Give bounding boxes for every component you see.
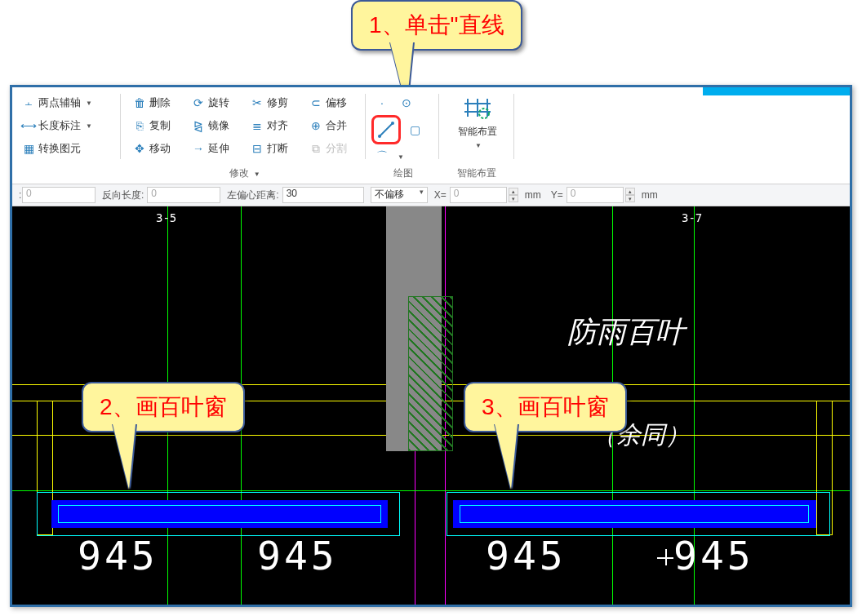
line-icon [377,121,395,139]
dim-icon: ⟷ [22,119,35,132]
title-accent [703,87,850,95]
split-button: ⧉分割 [304,138,362,159]
target-icon[interactable]: ⊙ [396,92,417,113]
smart-layout-icon [463,95,492,120]
dim-945-3: 945 [486,533,567,578]
extend-icon: → [192,142,205,155]
offset-mode-select[interactable]: 不偏移 [371,187,428,203]
hatch-region [408,296,453,451]
two-point-axis-button[interactable]: ⫠ 两点辅轴 ▼ [17,92,115,113]
parameter-bar: : 0 反向长度: 0 左偏心距离: 30 不偏移 X= 0 ▴▾ mm Y= … [12,184,850,206]
convert-icon: ▦ [22,142,35,155]
left-offset-input[interactable]: 30 [282,187,364,203]
x-label: X= [428,189,450,201]
convert-elem-button[interactable]: ▦ 转换图元 [17,138,115,159]
length-input[interactable]: 0 [22,187,96,203]
length-dim-label: 长度标注 [38,118,81,133]
merge-label: 合并 [326,118,347,133]
trim-button[interactable]: ✂修剪 [246,92,303,113]
app-window: ⫠ 两点辅轴 ▼ ⟷ 长度标注 ▼ ▦ 转换图元 🗑删除 ⎘复制 [10,85,852,607]
copy-icon: ⎘ [133,119,146,132]
svg-point-2 [391,122,394,125]
y-spinner[interactable]: ▴▾ [625,188,635,202]
rev-len-label: 反向长度: [96,188,147,202]
dropdown-icon: ▼ [86,122,92,130]
delete-label: 删除 [149,95,171,110]
align-icon: ≣ [251,119,264,132]
rotate-icon: ⟳ [192,96,205,109]
svg-point-1 [378,135,381,138]
move-label: 移动 [149,141,171,156]
y-input[interactable]: 0 [567,187,624,203]
offset-label: 偏移 [326,95,347,110]
delete-button[interactable]: 🗑删除 [128,92,185,113]
split-icon: ⧉ [309,142,322,155]
svg-line-0 [380,123,393,136]
align-button[interactable]: ≣对齐 [246,115,303,136]
mirror-label: 镜像 [208,118,229,133]
move-icon: ✥ [133,142,146,155]
merge-icon: ⊕ [309,119,322,132]
annotation-callout-2: 2、画百叶窗 [82,382,245,432]
x-spinner[interactable]: ▴▾ [509,188,518,202]
y-unit: mm [635,189,661,201]
convert-elem-label: 转换图元 [38,141,81,156]
group-draw-label: 绘图 [370,166,437,180]
rev-length-input[interactable]: 0 [147,187,220,203]
ribbon-toolbar: ⫠ 两点辅轴 ▼ ⟷ 长度标注 ▼ ▦ 转换图元 🗑删除 ⎘复制 [12,87,850,184]
cad-text-louver: 防雨百叶 [567,312,685,352]
copy-label: 复制 [149,118,171,133]
axis-icon: ⫠ [22,96,35,109]
trim-icon: ✂ [251,96,264,109]
x-unit: mm [518,189,544,201]
align-label: 对齐 [267,118,288,133]
rotate-label: 旋转 [208,95,229,110]
mirror-icon: ⧎ [192,119,205,132]
split-label: 分割 [326,141,347,156]
mirror-button[interactable]: ⧎镜像 [187,115,244,136]
cyan-inner [460,505,809,523]
dropdown-icon: ▼ [398,153,404,161]
annotation-callout-1: 1、单击"直线 [351,0,522,51]
annotation-callout-3: 3、画百叶窗 [464,382,627,432]
point-icon[interactable]: · [371,92,393,113]
len-label: : [12,189,22,201]
line-tool-button[interactable] [371,115,401,144]
left-offset-label: 左偏心距离: [220,188,282,202]
rotate-button[interactable]: ⟳旋转 [187,92,244,113]
arc-icon[interactable]: ⌒ [371,146,393,167]
smart-layout-button[interactable] [459,92,496,123]
break-icon: ⊟ [251,142,264,155]
group-modify-label[interactable]: 修改 ▼ [128,166,362,180]
green-line [12,490,850,491]
length-dim-button[interactable]: ⟷ 长度标注 ▼ [17,115,115,136]
copy-button[interactable]: ⎘复制 [128,115,185,136]
trash-icon: 🗑 [133,96,146,109]
offset-button[interactable]: ⊂偏移 [304,92,362,113]
rect-icon[interactable]: ▢ [404,119,425,140]
grid-label-3-7: 3-7 [682,211,702,224]
trim-label: 修剪 [267,95,288,110]
y-label: Y= [544,189,567,201]
x-input[interactable]: 0 [450,187,507,203]
dim-945-1: 945 [78,533,158,578]
dim-945-4: 945 [673,533,754,578]
two-point-axis-label: 两点辅轴 [38,95,81,110]
break-label: 打断 [267,141,288,156]
group-smart-label: 智能布置 [443,166,510,180]
extend-label: 延伸 [208,141,229,156]
dim-945-2: 945 [257,533,338,578]
offset-icon: ⊂ [309,96,322,109]
extend-button[interactable]: →延伸 [187,138,244,159]
cyan-inner [58,505,381,523]
grid-label-3-5: 3-5 [156,211,176,224]
dropdown-icon: ▼ [86,100,92,107]
smart-layout-btn-label: 智能布置▼ [448,125,507,150]
move-button[interactable]: ✥移动 [128,138,185,159]
break-button[interactable]: ⊟打断 [246,138,303,159]
merge-button[interactable]: ⊕合并 [304,115,362,136]
